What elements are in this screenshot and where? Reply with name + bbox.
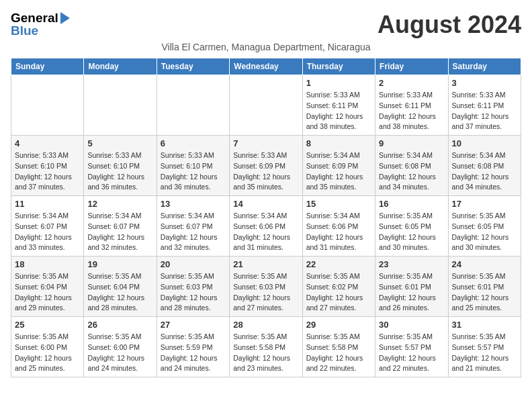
day-info-23: Sunrise: 5:35 AM Sunset: 6:01 PM Dayligh… — [379, 271, 444, 314]
calendar-cell-w5-d6: 30Sunrise: 5:35 AM Sunset: 5:57 PM Dayli… — [375, 317, 448, 377]
calendar-cell-w1-d7: 3Sunrise: 5:33 AM Sunset: 6:11 PM Daylig… — [448, 75, 521, 136]
calendar-cell-w2-d2: 5Sunrise: 5:33 AM Sunset: 6:10 PM Daylig… — [84, 136, 157, 196]
calendar-cell-w1-d5: 1Sunrise: 5:33 AM Sunset: 6:11 PM Daylig… — [302, 75, 375, 136]
day-number-5: 5 — [87, 138, 152, 148]
calendar-week-4: 18Sunrise: 5:35 AM Sunset: 6:04 PM Dayli… — [11, 257, 521, 317]
day-info-16: Sunrise: 5:35 AM Sunset: 6:05 PM Dayligh… — [379, 211, 444, 253]
calendar-cell-w5-d5: 29Sunrise: 5:35 AM Sunset: 5:58 PM Dayli… — [302, 317, 375, 377]
day-number-26: 26 — [87, 320, 152, 330]
day-info-5: Sunrise: 5:33 AM Sunset: 6:10 PM Dayligh… — [87, 150, 152, 193]
day-info-30: Sunrise: 5:35 AM Sunset: 5:57 PM Dayligh… — [379, 332, 444, 374]
day-number-25: 25 — [15, 320, 80, 330]
day-number-4: 4 — [15, 138, 80, 148]
calendar-cell-w4-d5: 22Sunrise: 5:35 AM Sunset: 6:02 PM Dayli… — [302, 257, 375, 317]
day-number-24: 24 — [452, 259, 517, 269]
col-monday: Monday — [84, 58, 157, 75]
day-number-21: 21 — [233, 259, 298, 269]
day-info-24: Sunrise: 5:35 AM Sunset: 6:01 PM Dayligh… — [452, 271, 517, 314]
day-info-26: Sunrise: 5:35 AM Sunset: 6:00 PM Dayligh… — [87, 332, 152, 374]
day-number-11: 11 — [15, 199, 80, 209]
day-number-16: 16 — [379, 199, 444, 209]
col-saturday: Saturday — [448, 58, 521, 75]
calendar-cell-w4-d2: 19Sunrise: 5:35 AM Sunset: 6:04 PM Dayli… — [84, 257, 157, 317]
calendar-cell-w5-d2: 26Sunrise: 5:35 AM Sunset: 6:00 PM Dayli… — [84, 317, 157, 377]
day-number-19: 19 — [87, 259, 152, 269]
day-info-25: Sunrise: 5:35 AM Sunset: 6:00 PM Dayligh… — [15, 332, 80, 374]
col-wednesday: Wednesday — [230, 58, 302, 75]
day-number-10: 10 — [452, 138, 517, 148]
calendar-cell-w2-d4: 7Sunrise: 5:33 AM Sunset: 6:09 PM Daylig… — [230, 136, 302, 196]
day-number-27: 27 — [161, 320, 226, 330]
day-number-1: 1 — [306, 78, 371, 88]
calendar-cell-w3-d6: 16Sunrise: 5:35 AM Sunset: 6:05 PM Dayli… — [375, 196, 448, 257]
calendar-week-1: 1Sunrise: 5:33 AM Sunset: 6:11 PM Daylig… — [11, 75, 521, 136]
day-number-12: 12 — [87, 199, 152, 209]
day-number-23: 23 — [379, 259, 444, 269]
calendar-cell-w3-d7: 17Sunrise: 5:35 AM Sunset: 6:05 PM Dayli… — [448, 196, 521, 257]
calendar-cell-w3-d5: 15Sunrise: 5:34 AM Sunset: 6:06 PM Dayli… — [302, 196, 375, 257]
day-info-4: Sunrise: 5:33 AM Sunset: 6:10 PM Dayligh… — [15, 150, 80, 193]
day-info-10: Sunrise: 5:34 AM Sunset: 6:08 PM Dayligh… — [452, 150, 517, 193]
day-info-28: Sunrise: 5:35 AM Sunset: 5:58 PM Dayligh… — [233, 332, 298, 374]
calendar-cell-w3-d2: 12Sunrise: 5:34 AM Sunset: 6:07 PM Dayli… — [84, 196, 157, 257]
calendar-cell-w1-d1 — [11, 75, 84, 136]
calendar-cell-w5-d3: 27Sunrise: 5:35 AM Sunset: 5:59 PM Dayli… — [157, 317, 229, 377]
calendar-cell-w2-d5: 8Sunrise: 5:34 AM Sunset: 6:09 PM Daylig… — [302, 136, 375, 196]
logo: General Blue — [11, 11, 70, 38]
day-info-19: Sunrise: 5:35 AM Sunset: 6:04 PM Dayligh… — [87, 271, 152, 314]
logo-arrow-icon — [60, 12, 70, 24]
calendar-cell-w4-d7: 24Sunrise: 5:35 AM Sunset: 6:01 PM Dayli… — [448, 257, 521, 317]
day-number-6: 6 — [161, 138, 226, 148]
day-info-29: Sunrise: 5:35 AM Sunset: 5:58 PM Dayligh… — [306, 332, 371, 374]
day-info-18: Sunrise: 5:35 AM Sunset: 6:04 PM Dayligh… — [15, 271, 80, 314]
day-info-6: Sunrise: 5:33 AM Sunset: 6:10 PM Dayligh… — [161, 150, 226, 193]
day-number-15: 15 — [306, 199, 371, 209]
day-number-18: 18 — [15, 259, 80, 269]
day-number-14: 14 — [233, 199, 298, 209]
calendar-cell-w1-d4 — [230, 75, 302, 136]
calendar-cell-w2-d1: 4Sunrise: 5:33 AM Sunset: 6:10 PM Daylig… — [11, 136, 84, 196]
calendar-cell-w5-d7: 31Sunrise: 5:35 AM Sunset: 5:57 PM Dayli… — [448, 317, 521, 377]
col-sunday: Sunday — [11, 58, 84, 75]
day-info-9: Sunrise: 5:34 AM Sunset: 6:08 PM Dayligh… — [379, 150, 444, 193]
day-info-20: Sunrise: 5:35 AM Sunset: 6:03 PM Dayligh… — [161, 271, 226, 314]
day-info-2: Sunrise: 5:33 AM Sunset: 6:11 PM Dayligh… — [379, 90, 444, 132]
calendar-week-5: 25Sunrise: 5:35 AM Sunset: 6:00 PM Dayli… — [11, 317, 521, 377]
calendar-cell-w4-d4: 21Sunrise: 5:35 AM Sunset: 6:03 PM Dayli… — [230, 257, 302, 317]
day-info-31: Sunrise: 5:35 AM Sunset: 5:57 PM Dayligh… — [452, 332, 517, 374]
day-number-28: 28 — [233, 320, 298, 330]
day-info-13: Sunrise: 5:34 AM Sunset: 6:07 PM Dayligh… — [161, 211, 226, 253]
calendar-cell-w2-d3: 6Sunrise: 5:33 AM Sunset: 6:10 PM Daylig… — [157, 136, 229, 196]
col-thursday: Thursday — [302, 58, 375, 75]
day-info-27: Sunrise: 5:35 AM Sunset: 5:59 PM Dayligh… — [161, 332, 226, 374]
page-header: General Blue August 2024 — [11, 11, 521, 39]
calendar-cell-w4-d6: 23Sunrise: 5:35 AM Sunset: 6:01 PM Dayli… — [375, 257, 448, 317]
calendar-cell-w5-d4: 28Sunrise: 5:35 AM Sunset: 5:58 PM Dayli… — [230, 317, 302, 377]
day-info-7: Sunrise: 5:33 AM Sunset: 6:09 PM Dayligh… — [233, 150, 298, 193]
calendar-cell-w1-d6: 2Sunrise: 5:33 AM Sunset: 6:11 PM Daylig… — [375, 75, 448, 136]
calendar-table: Sunday Monday Tuesday Wednesday Thursday… — [11, 58, 521, 377]
day-info-8: Sunrise: 5:34 AM Sunset: 6:09 PM Dayligh… — [306, 150, 371, 193]
day-number-30: 30 — [379, 320, 444, 330]
calendar-cell-w2-d6: 9Sunrise: 5:34 AM Sunset: 6:08 PM Daylig… — [375, 136, 448, 196]
col-tuesday: Tuesday — [157, 58, 229, 75]
day-number-20: 20 — [161, 259, 226, 269]
logo-blue-text: Blue — [11, 24, 70, 38]
day-number-3: 3 — [452, 78, 517, 88]
day-number-13: 13 — [161, 199, 226, 209]
month-title: August 2024 — [378, 11, 521, 39]
day-number-2: 2 — [379, 78, 444, 88]
day-info-17: Sunrise: 5:35 AM Sunset: 6:05 PM Dayligh… — [452, 211, 517, 253]
day-info-15: Sunrise: 5:34 AM Sunset: 6:06 PM Dayligh… — [306, 211, 371, 253]
day-info-3: Sunrise: 5:33 AM Sunset: 6:11 PM Dayligh… — [452, 90, 517, 132]
calendar-cell-w1-d2 — [84, 75, 157, 136]
calendar-cell-w3-d1: 11Sunrise: 5:34 AM Sunset: 6:07 PM Dayli… — [11, 196, 84, 257]
day-number-9: 9 — [379, 138, 444, 148]
calendar-cell-w1-d3 — [157, 75, 229, 136]
calendar-cell-w4-d1: 18Sunrise: 5:35 AM Sunset: 6:04 PM Dayli… — [11, 257, 84, 317]
day-info-21: Sunrise: 5:35 AM Sunset: 6:03 PM Dayligh… — [233, 271, 298, 314]
day-number-7: 7 — [233, 138, 298, 148]
day-number-29: 29 — [306, 320, 371, 330]
col-friday: Friday — [375, 58, 448, 75]
day-number-8: 8 — [306, 138, 371, 148]
